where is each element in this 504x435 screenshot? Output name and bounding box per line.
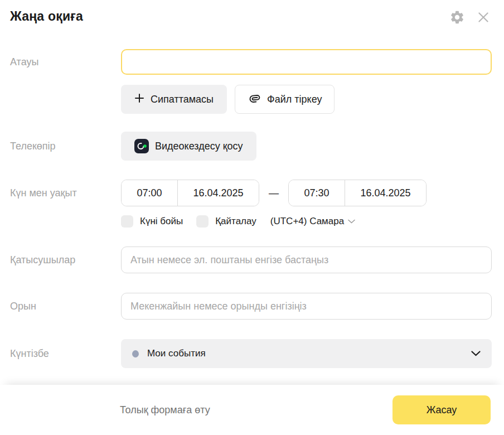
- repeat-checkbox[interactable]: [196, 215, 209, 228]
- chevron-down-icon: [348, 219, 355, 224]
- participants-row: Қатысушылар: [10, 246, 492, 273]
- calendar-label: Күнтізбе: [10, 348, 121, 360]
- timezone-label: (UTC+4) Самара: [270, 216, 344, 227]
- settings-button[interactable]: [449, 9, 465, 27]
- add-description-label: Сипаттамасы: [151, 94, 214, 105]
- telemost-camera-icon: [134, 139, 149, 153]
- end-datetime-group: 07:30 16.04.2025: [288, 180, 427, 206]
- header-icons: [449, 9, 491, 27]
- close-button[interactable]: [476, 10, 491, 26]
- create-button[interactable]: Жасау: [392, 395, 491, 424]
- start-date-field[interactable]: 16.04.2025: [178, 180, 259, 206]
- datetime-label: Күн мен уақыт: [10, 187, 121, 199]
- event-name-label: Атауы: [10, 56, 121, 68]
- start-datetime-group: 07:00 16.04.2025: [121, 180, 259, 206]
- repeat-label: Қайталау: [215, 216, 256, 227]
- add-description-button[interactable]: Сипаттамасы: [121, 85, 227, 114]
- new-event-dialog: Жаңа оқиға Атауы Сипатт: [0, 0, 504, 435]
- location-label: Орын: [10, 301, 121, 312]
- datetime-options-row: Күні бойы Қайталау (UTC+4) Самара: [121, 215, 492, 228]
- repeat-checkbox-group[interactable]: Қайталау: [196, 215, 256, 228]
- event-name-input[interactable]: [121, 49, 492, 75]
- location-row: Орын: [10, 293, 492, 320]
- close-icon: [476, 10, 491, 26]
- timezone-selector[interactable]: (UTC+4) Самара: [270, 216, 355, 227]
- dialog-title: Жаңа оқиға: [10, 8, 83, 25]
- form-body: Атауы Сипаттамасы Файл тіркеу Телекөпір: [0, 26, 504, 369]
- full-form-link[interactable]: Толық формаға өту: [120, 404, 210, 416]
- extras-row: Сипаттамасы Файл тіркеу: [121, 85, 492, 114]
- telemost-row: Телекөпір Видеокездесу қосу: [10, 132, 492, 161]
- chevron-down-icon: [471, 351, 481, 356]
- calendar-color-dot: [132, 350, 139, 357]
- plus-icon: [134, 93, 144, 106]
- all-day-label: Күні бойы: [140, 216, 183, 227]
- location-input[interactable]: [121, 293, 492, 320]
- event-name-row: Атауы: [10, 49, 492, 75]
- add-video-meeting-button[interactable]: Видеокездесу қосу: [121, 132, 256, 161]
- participants-input[interactable]: [121, 246, 492, 273]
- end-date-field[interactable]: 16.04.2025: [345, 180, 426, 206]
- datetime-range-separator: —: [269, 187, 279, 199]
- all-day-checkbox-group[interactable]: Күні бойы: [121, 215, 183, 228]
- telemost-label: Телекөпір: [10, 141, 121, 152]
- calendar-row: Күнтізбе Мои события: [10, 339, 492, 368]
- attach-file-label: Файл тіркеу: [267, 94, 322, 105]
- gear-icon: [449, 9, 465, 27]
- end-time-field[interactable]: 07:30: [289, 180, 345, 206]
- calendar-selected-option: Мои события: [147, 348, 206, 359]
- dialog-footer: Толық формаға өту Жасау: [0, 385, 504, 435]
- attach-file-button[interactable]: Файл тіркеу: [235, 85, 335, 114]
- participants-label: Қатысушылар: [10, 254, 121, 266]
- datetime-row: Күн мен уақыт 07:00 16.04.2025 — 07:30 1…: [10, 180, 492, 206]
- paperclip-icon: [248, 91, 261, 108]
- calendar-select[interactable]: Мои события: [121, 339, 492, 368]
- add-video-meeting-label: Видеокездесу қосу: [155, 141, 243, 152]
- all-day-checkbox[interactable]: [121, 215, 133, 228]
- start-time-field[interactable]: 07:00: [122, 180, 178, 206]
- dialog-header: Жаңа оқиға: [0, 0, 504, 26]
